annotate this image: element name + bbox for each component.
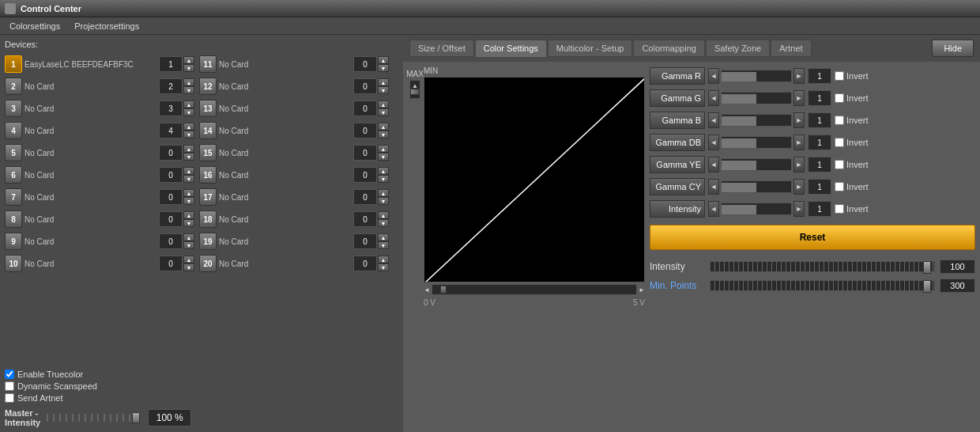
- menu-colorsettings[interactable]: Colorsettings: [3, 20, 66, 32]
- spinner-up-2[interactable]: ▲: [183, 78, 194, 86]
- spinner-down-1[interactable]: ▼: [183, 64, 194, 72]
- gamma-g-left[interactable]: ◄: [708, 90, 719, 106]
- spinner-up-17[interactable]: ▲: [378, 189, 389, 197]
- spinner-input-1[interactable]: [159, 56, 183, 72]
- device-btn-14[interactable]: 14: [199, 122, 217, 139]
- gamma-db-invert-checkbox[interactable]: [835, 138, 844, 147]
- device-btn-11[interactable]: 11: [199, 55, 217, 73]
- spinner-down-12[interactable]: ▼: [378, 86, 389, 94]
- intensity-slider[interactable]: [710, 261, 935, 272]
- checkbox-scanspeed[interactable]: [5, 381, 14, 391]
- spinner-up-13[interactable]: ▲: [378, 100, 389, 108]
- spinner-input-9[interactable]: [159, 233, 183, 249]
- gamma-db-right[interactable]: ►: [793, 135, 805, 150]
- tab-size-offset[interactable]: Size / Offset: [409, 40, 474, 57]
- spinner-down-8[interactable]: ▼: [183, 219, 194, 227]
- spinner-input-18[interactable]: [353, 211, 377, 227]
- gamma-ye-invert-checkbox[interactable]: [835, 160, 844, 169]
- gamma-g-right[interactable]: ►: [793, 90, 805, 106]
- spinner-down-17[interactable]: ▼: [378, 197, 389, 205]
- spinner-down-13[interactable]: ▼: [378, 108, 389, 116]
- spinner-up-16[interactable]: ▲: [378, 167, 389, 175]
- spinner-up-18[interactable]: ▲: [378, 211, 389, 219]
- spinner-up-9[interactable]: ▲: [183, 233, 194, 241]
- spinner-up-6[interactable]: ▲: [183, 167, 194, 175]
- spinner-up-3[interactable]: ▲: [183, 100, 194, 108]
- vertical-slider[interactable]: ▲ ▼: [409, 80, 420, 99]
- spinner-down-6[interactable]: ▼: [183, 175, 194, 183]
- gamma-ye-left[interactable]: ◄: [708, 157, 719, 172]
- spinner-down-7[interactable]: ▼: [183, 197, 194, 205]
- device-btn-2[interactable]: 2: [5, 78, 22, 95]
- gamma-b-right[interactable]: ►: [793, 112, 805, 128]
- spinner-down-3[interactable]: ▼: [183, 108, 194, 116]
- spinner-input-20[interactable]: [353, 256, 377, 271]
- spinner-input-10[interactable]: [159, 256, 183, 271]
- gamma-ye-track[interactable]: [721, 158, 792, 171]
- spinner-down-4[interactable]: ▼: [183, 131, 194, 138]
- spinner-down-5[interactable]: ▼: [183, 153, 194, 161]
- gamma-intensity-invert-checkbox[interactable]: [835, 204, 844, 214]
- reset-button[interactable]: Reset: [650, 225, 975, 250]
- gamma-db-left[interactable]: ◄: [708, 135, 719, 150]
- spinner-input-7[interactable]: [159, 189, 183, 205]
- spinner-down-14[interactable]: ▼: [378, 131, 389, 138]
- spinner-up-10[interactable]: ▲: [183, 256, 194, 263]
- gamma-cy-track[interactable]: [721, 180, 792, 193]
- checkbox-truecolor[interactable]: [5, 369, 14, 379]
- spinner-down-11[interactable]: ▼: [378, 64, 389, 72]
- spinner-up-1[interactable]: ▲: [183, 56, 194, 64]
- spinner-down-16[interactable]: ▼: [378, 175, 389, 183]
- gamma-intensity-track[interactable]: [721, 203, 792, 215]
- spinner-up-12[interactable]: ▲: [378, 78, 389, 86]
- device-btn-10[interactable]: 10: [5, 255, 22, 272]
- gamma-cy-invert-checkbox[interactable]: [835, 182, 844, 191]
- spinner-down-20[interactable]: ▼: [378, 263, 389, 271]
- spinner-input-3[interactable]: [159, 100, 183, 116]
- spinner-input-12[interactable]: [353, 78, 377, 94]
- spinner-up-14[interactable]: ▲: [378, 123, 389, 131]
- tab-color-settings[interactable]: Color Settings: [475, 40, 547, 57]
- spinner-down-19[interactable]: ▼: [378, 241, 389, 249]
- spinner-up-15[interactable]: ▲: [378, 145, 389, 153]
- spinner-input-2[interactable]: [159, 78, 183, 94]
- h-slider-right[interactable]: ►: [639, 286, 645, 294]
- spinner-input-16[interactable]: [353, 167, 377, 183]
- spinner-input-19[interactable]: [353, 233, 377, 249]
- gamma-b-left[interactable]: ◄: [708, 112, 719, 128]
- gamma-r-left[interactable]: ◄: [708, 68, 719, 84]
- spinner-input-17[interactable]: [353, 189, 377, 205]
- spinner-up-11[interactable]: ▲: [378, 56, 389, 64]
- spinner-up-19[interactable]: ▲: [378, 233, 389, 241]
- device-btn-4[interactable]: 4: [5, 122, 22, 139]
- device-btn-17[interactable]: 17: [199, 188, 217, 206]
- gamma-r-track[interactable]: [721, 70, 792, 82]
- spinner-up-7[interactable]: ▲: [183, 189, 194, 197]
- spinner-input-8[interactable]: [159, 211, 183, 227]
- tab-safety-zone[interactable]: Safety Zone: [706, 40, 770, 57]
- device-btn-18[interactable]: 18: [199, 210, 217, 228]
- gamma-intensity-left[interactable]: ◄: [708, 201, 719, 217]
- horizontal-slider[interactable]: [432, 284, 637, 295]
- gamma-g-invert-checkbox[interactable]: [835, 93, 844, 103]
- spinner-input-15[interactable]: [353, 145, 377, 161]
- gamma-r-invert-checkbox[interactable]: [835, 71, 844, 81]
- device-btn-15[interactable]: 15: [199, 144, 217, 161]
- gamma-r-right[interactable]: ►: [793, 68, 805, 84]
- device-btn-12[interactable]: 12: [199, 78, 217, 95]
- device-btn-9[interactable]: 9: [5, 233, 22, 250]
- menu-projectorsettings[interactable]: Projectorsettings: [68, 20, 145, 32]
- min-points-slider[interactable]: [710, 280, 935, 291]
- gamma-g-track[interactable]: [721, 92, 792, 104]
- gamma-db-track[interactable]: [721, 136, 792, 149]
- gamma-b-invert-checkbox[interactable]: [835, 116, 844, 125]
- spinner-down-15[interactable]: ▼: [378, 153, 389, 161]
- tab-artnet[interactable]: Artnet: [771, 40, 811, 57]
- tab-multicolor-setup[interactable]: Multicolor - Setup: [548, 40, 633, 57]
- master-intensity-slider[interactable]: [47, 414, 141, 422]
- spinner-input-11[interactable]: [353, 56, 377, 72]
- spinner-input-4[interactable]: [159, 123, 183, 138]
- spinner-up-8[interactable]: ▲: [183, 211, 194, 219]
- tab-colormapping[interactable]: Colormapping: [633, 40, 704, 57]
- device-btn-3[interactable]: 3: [5, 100, 22, 117]
